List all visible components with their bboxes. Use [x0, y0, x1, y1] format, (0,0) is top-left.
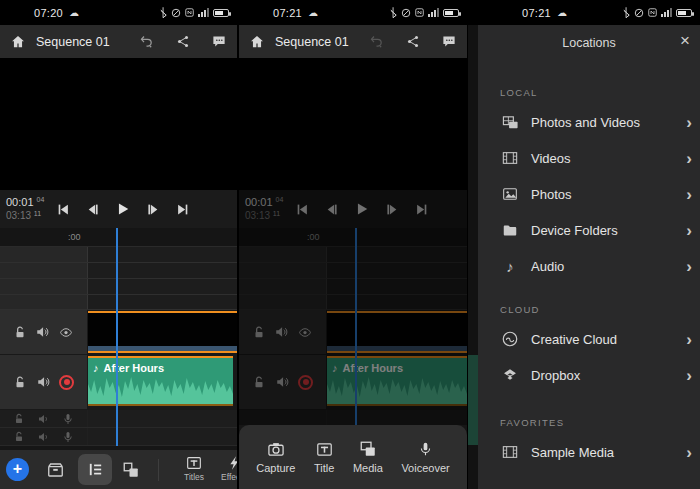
- ruler-tick-label: :00: [307, 232, 320, 242]
- lock-icon[interactable]: [13, 375, 27, 390]
- music-note-icon: ♪: [93, 362, 99, 374]
- play-button: [355, 202, 369, 216]
- speaker-icon[interactable]: [37, 431, 50, 443]
- location-row-dropbox[interactable]: Dropbox ›: [490, 357, 700, 393]
- locations-title: Locations: [562, 36, 616, 50]
- screenshot-triptych: 07:20 ☁ Sequence 01 00:01 04 0: [0, 0, 700, 489]
- tracks-area: ♪After Hours: [0, 247, 237, 446]
- timecode: 00:01 04 03:13 11: [245, 196, 283, 221]
- audio-track-controls: [0, 355, 88, 410]
- titles-button[interactable]: Titles: [176, 455, 212, 482]
- close-icon[interactable]: ×: [680, 32, 690, 49]
- lock-icon[interactable]: [13, 413, 25, 425]
- battery-icon: [213, 9, 229, 17]
- microphone-icon[interactable]: [62, 412, 74, 426]
- waveform: [327, 370, 467, 404]
- share-icon[interactable]: [176, 34, 190, 49]
- location-row-photos[interactable]: Photos ›: [490, 176, 700, 212]
- sequence-title: Sequence 01: [275, 35, 349, 49]
- collapsed-track[interactable]: [0, 247, 237, 263]
- speaker-icon[interactable]: [35, 325, 50, 339]
- timecode-total-frames: 11: [34, 210, 41, 217]
- audio-track: ♪After Hours: [239, 355, 467, 410]
- voiceover-button[interactable]: Voiceover: [401, 440, 449, 474]
- eye-icon[interactable]: [58, 326, 74, 339]
- home-icon[interactable]: [10, 34, 26, 49]
- collapsed-track[interactable]: [0, 295, 237, 310]
- chevron-right-icon: ›: [686, 444, 692, 461]
- weather-cloud-icon: ☁: [557, 7, 567, 18]
- title-button[interactable]: Title: [314, 441, 334, 474]
- record-button[interactable]: [59, 375, 74, 390]
- status-icons: [160, 7, 229, 18]
- lock-icon[interactable]: [13, 325, 27, 340]
- lock-icon[interactable]: [13, 431, 25, 443]
- collapsed-track[interactable]: [0, 263, 237, 279]
- comment-icon[interactable]: [441, 34, 457, 49]
- locations-list: LOCAL Photos and Videos › Videos › Photo…: [478, 60, 700, 470]
- locations-screen: 07:21 ☁ Locations × LOCAL Photos and Vid…: [467, 0, 700, 489]
- add-media-button[interactable]: +: [6, 458, 29, 481]
- app-bar: Sequence 01: [0, 25, 237, 58]
- status-time: 07:20: [34, 7, 63, 19]
- speaker-icon[interactable]: [36, 375, 51, 389]
- location-row-creative-cloud[interactable]: Creative Cloud ›: [490, 321, 700, 357]
- weather-cloud-icon: ☁: [69, 7, 79, 18]
- chevron-right-icon: ›: [686, 222, 692, 239]
- project-browser-button[interactable]: [45, 461, 66, 479]
- bluetooth-icon: [623, 7, 630, 18]
- status-icons: [390, 7, 459, 18]
- effects-icon: [225, 455, 237, 471]
- voiceover-track: [239, 410, 467, 425]
- frame-back-button[interactable]: [86, 203, 100, 216]
- timeline-view-button[interactable]: [78, 454, 112, 485]
- location-row-sample-media[interactable]: Sample Media ›: [490, 434, 700, 470]
- video-preview[interactable]: [0, 58, 237, 190]
- folder-icon: [501, 223, 519, 238]
- home-icon[interactable]: [249, 34, 265, 49]
- video-clip[interactable]: [88, 311, 237, 353]
- location-row-videos[interactable]: Videos ›: [490, 140, 700, 176]
- nfc-icon: [648, 8, 657, 17]
- playhead[interactable]: [116, 228, 118, 446]
- time-ruler: :00: [239, 228, 467, 247]
- locations-panel: Locations × LOCAL Photos and Videos › Vi…: [478, 25, 700, 489]
- undo-icon: [368, 34, 385, 49]
- mute-icon: [634, 8, 644, 18]
- speaker-icon[interactable]: [37, 413, 50, 425]
- comment-icon[interactable]: [211, 34, 227, 49]
- skip-end-button[interactable]: [176, 203, 190, 216]
- dimmed-editor-content: 00:01 04 03:13 11 :00: [239, 58, 467, 425]
- play-button[interactable]: [116, 202, 130, 216]
- location-row-audio[interactable]: ♪ Audio ›: [490, 248, 700, 284]
- capture-button[interactable]: Capture: [256, 441, 295, 474]
- microphone-icon[interactable]: [62, 430, 74, 444]
- location-row-photos-and-videos[interactable]: Photos and Videos ›: [490, 104, 700, 140]
- time-ruler[interactable]: :00: [0, 228, 237, 247]
- collapsed-track[interactable]: [0, 279, 237, 295]
- location-row-device-folders[interactable]: Device Folders ›: [490, 212, 700, 248]
- skip-start-button[interactable]: [56, 203, 70, 216]
- media-icon: [358, 440, 378, 458]
- undo-icon[interactable]: [138, 34, 155, 49]
- timeline: :00: [0, 228, 237, 446]
- frame-forward-button[interactable]: [146, 203, 160, 216]
- share-icon[interactable]: [406, 34, 420, 49]
- timecode-total: 03:13: [245, 210, 270, 221]
- add-media-sheet: Capture Title Media Voiceover: [239, 425, 467, 489]
- effects-button[interactable]: Effects: [214, 455, 237, 482]
- frame-forward-button: [385, 203, 399, 216]
- timecode-current-frames: 04: [37, 196, 45, 203]
- speaker-icon: [274, 325, 289, 339]
- tracks-area: ♪After Hours: [239, 247, 467, 425]
- audio-clip[interactable]: ♪After Hours: [88, 356, 233, 406]
- signal-icon: [661, 8, 672, 17]
- overlay-layout-button[interactable]: [121, 461, 141, 479]
- music-note-icon: ♪: [332, 362, 338, 374]
- sequence-title: Sequence 01: [36, 35, 110, 49]
- timecode-current: 00:01: [6, 196, 34, 208]
- creative-cloud-icon: [501, 330, 519, 348]
- titles-icon: [185, 455, 203, 471]
- media-button[interactable]: Media: [353, 440, 383, 474]
- effects-label: Effects: [221, 472, 237, 482]
